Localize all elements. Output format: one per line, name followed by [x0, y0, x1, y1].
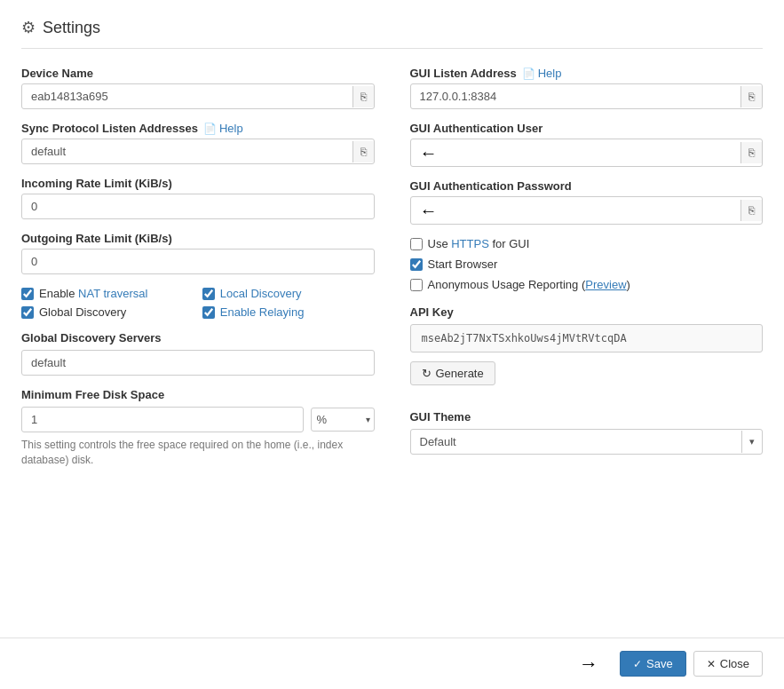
close-button[interactable]: ✕ Close	[693, 651, 763, 677]
options-checkbox-grid: Enable NAT traversal Local Discovery Glo…	[21, 287, 375, 319]
gui-listen-help-icon: 📄	[522, 67, 535, 80]
local-discovery-checkbox-item: Local Discovery	[202, 287, 375, 300]
enable-nat-checkbox[interactable]	[21, 288, 34, 300]
left-arrow-icon: ←	[420, 143, 438, 163]
device-name-copy-button[interactable]: ⎘	[352, 86, 374, 107]
gui-auth-user-copy-button[interactable]: ⎘	[740, 142, 762, 163]
right-column: GUI Listen Address 📄 Help ⎘ GUI Authenti…	[410, 67, 764, 480]
x-icon: ✕	[707, 658, 716, 670]
gui-auth-user-label: GUI Authentication User	[410, 122, 764, 135]
min-disk-group: Minimum Free Disk Space % kB MB GB ▾	[21, 388, 375, 468]
enable-relaying-checkbox[interactable]	[202, 306, 215, 319]
gui-listen-input[interactable]	[411, 84, 741, 108]
theme-chevron-icon: ▾	[741, 431, 762, 453]
gui-auth-password-arrow: ←	[411, 201, 741, 221]
gui-auth-user-input-wrapper: ← ⎘	[410, 139, 764, 167]
enable-relaying-label: Enable Relaying	[220, 305, 305, 319]
enable-nat-checkbox-item: Enable NAT traversal	[21, 287, 194, 300]
anon-reporting-label: Anonymous Usage Reporting (Preview)	[428, 278, 630, 291]
global-servers-label: Global Discovery Servers	[21, 331, 375, 344]
save-button[interactable]: ✓ Save	[620, 651, 686, 677]
min-disk-hint: This setting controls the free space req…	[21, 438, 375, 468]
gui-theme-label: GUI Theme	[410, 410, 764, 424]
device-name-input-wrapper: ⎘	[21, 83, 375, 109]
outgoing-rate-input-wrapper	[21, 249, 375, 274]
page-title: Settings	[43, 19, 100, 37]
enable-nat-label: Enable NAT traversal	[39, 287, 147, 300]
preview-link[interactable]: Preview	[585, 278, 626, 291]
min-disk-input[interactable]	[22, 408, 303, 432]
settings-page: ⚙ Settings Device Name ⎘ Sync Protocol L…	[0, 0, 784, 689]
incoming-rate-group: Incoming Rate Limit (KiB/s)	[21, 177, 375, 219]
gui-listen-copy-button[interactable]: ⎘	[740, 86, 762, 107]
enable-relaying-checkbox-item: Enable Relaying	[202, 305, 375, 319]
incoming-rate-input-wrapper	[21, 194, 375, 219]
gear-icon: ⚙	[21, 18, 36, 37]
outgoing-rate-label: Outgoing Rate Limit (KiB/s)	[21, 232, 375, 245]
start-browser-checkbox[interactable]	[410, 258, 423, 271]
gui-auth-password-input-wrapper: ← ⎘	[410, 196, 764, 225]
use-https-label: Use HTTPS for GUI	[428, 237, 530, 250]
incoming-rate-label: Incoming Rate Limit (KiB/s)	[21, 177, 375, 190]
min-disk-chevron-icon: ▾	[366, 415, 374, 424]
global-servers-input[interactable]	[22, 351, 374, 375]
sync-protocol-help-link[interactable]: 📄 Help	[203, 122, 243, 135]
gui-theme-select[interactable]: Default Dark Black	[411, 430, 742, 454]
gui-auth-password-group: GUI Authentication Password ← ⎘	[410, 179, 764, 225]
gui-theme-group: GUI Theme Default Dark Black ▾	[410, 410, 764, 455]
sync-protocol-input-wrapper: ⎘	[21, 139, 375, 164]
api-key-label: API Key	[410, 305, 764, 319]
gui-auth-password-copy-button[interactable]: ⎘	[740, 200, 762, 221]
anon-reporting-checkbox-item: Anonymous Usage Reporting (Preview)	[410, 278, 764, 291]
right-arrow-icon: →	[579, 653, 598, 676]
generate-button[interactable]: ↻ Generate	[410, 361, 495, 385]
footer: → ✓ Save ✕ Close	[0, 638, 784, 689]
device-name-label: Device Name	[21, 67, 375, 80]
use-https-checkbox[interactable]	[410, 238, 423, 250]
min-disk-label: Minimum Free Disk Space	[21, 388, 375, 401]
gui-listen-input-wrapper: ⎘	[410, 83, 764, 109]
api-key-value: mseAb2jT7NxTSxhkoUws4jMVtRVtcqDA	[410, 324, 764, 352]
sync-protocol-group: Sync Protocol Listen Addresses 📄 Help ⎘	[21, 122, 375, 164]
gui-listen-group: GUI Listen Address 📄 Help ⎘	[410, 67, 764, 109]
gui-listen-label: GUI Listen Address 📄 Help	[410, 67, 764, 80]
gui-theme-select-wrapper: Default Dark Black ▾	[410, 429, 764, 455]
min-disk-unit-wrapper: % kB MB GB ▾	[311, 408, 375, 432]
outgoing-rate-group: Outgoing Rate Limit (KiB/s)	[21, 232, 375, 274]
refresh-icon: ↻	[422, 367, 432, 380]
checkmark-icon: ✓	[633, 658, 642, 670]
local-discovery-label: Local Discovery	[220, 287, 302, 300]
start-browser-label: Start Browser	[428, 257, 498, 271]
local-discovery-checkbox[interactable]	[202, 288, 215, 300]
api-key-group: API Key mseAb2jT7NxTSxhkoUws4jMVtRVtcqDA…	[410, 305, 764, 398]
help-doc-icon: 📄	[203, 123, 217, 135]
global-servers-input-wrapper	[21, 350, 375, 376]
min-disk-unit-select[interactable]: % kB MB GB	[312, 408, 366, 431]
min-disk-input-wrapper	[21, 407, 304, 432]
gui-auth-password-label: GUI Authentication Password	[410, 179, 764, 193]
start-browser-checkbox-item: Start Browser	[410, 257, 764, 271]
sync-protocol-label: Sync Protocol Listen Addresses 📄 Help	[21, 122, 375, 135]
sync-protocol-input[interactable]	[22, 139, 352, 163]
global-discovery-checkbox[interactable]	[21, 306, 34, 319]
sync-protocol-copy-button[interactable]: ⎘	[352, 141, 374, 162]
outgoing-rate-input[interactable]	[22, 249, 374, 273]
global-discovery-checkbox-item: Global Discovery	[21, 305, 194, 319]
device-name-group: Device Name ⎘	[21, 67, 375, 109]
global-servers-group: Global Discovery Servers	[21, 331, 375, 376]
main-content: Device Name ⎘ Sync Protocol Listen Addre…	[21, 67, 763, 480]
page-header: ⚙ Settings	[21, 18, 763, 49]
left-arrow-icon-2: ←	[420, 201, 438, 221]
gui-auth-user-arrow: ←	[411, 143, 741, 163]
anon-reporting-checkbox[interactable]	[410, 279, 423, 291]
gui-listen-help-link[interactable]: 📄 Help	[522, 67, 562, 80]
global-discovery-label: Global Discovery	[39, 305, 126, 319]
incoming-rate-input[interactable]	[22, 194, 374, 218]
min-disk-row: % kB MB GB ▾	[21, 407, 375, 432]
footer-arrow-area: →	[21, 653, 613, 676]
left-column: Device Name ⎘ Sync Protocol Listen Addre…	[21, 67, 375, 480]
gui-auth-user-group: GUI Authentication User ← ⎘	[410, 122, 764, 167]
use-https-checkbox-item: Use HTTPS for GUI	[410, 237, 764, 250]
device-name-input[interactable]	[22, 84, 352, 108]
